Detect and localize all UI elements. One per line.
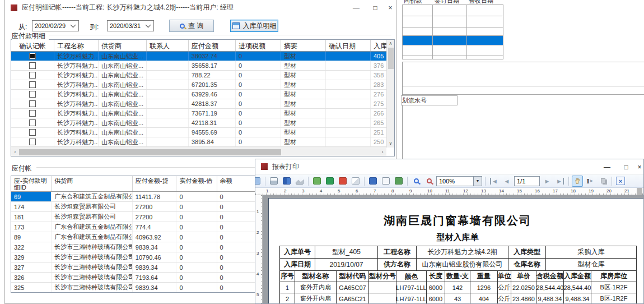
zoom-level-input[interactable] [437,178,473,185]
confirm-checkbox[interactable] [29,129,36,136]
query-button[interactable]: 查 询 [169,20,214,32]
scrollbar-thumb[interactable] [19,149,281,155]
confirm-checkbox[interactable] [29,72,36,79]
detail-table-row[interactable]: 长沙万科魅力... 山东南山铝业... 42118.31 0 型材 265 [11,118,394,128]
to-date-value: 2020/03/31 [108,22,146,29]
payable-table-row[interactable]: 174 长沙坦森贸易有限公司 27200 0 0 [11,202,261,212]
confirm-checkbox[interactable] [29,91,36,98]
payable-table-row[interactable]: 322 长沙市三湘特种玻璃有限公司 9839.34 0 0 [11,242,261,252]
confirm-checkbox[interactable] [29,110,36,117]
page-number-box[interactable] [514,176,540,186]
order-no-label: 入库单号 [280,246,315,259]
table-row[interactable] [402,4,503,16]
table-row-selected[interactable] [402,35,503,45]
column-contact: 联系人 [147,40,189,51]
table-row[interactable] [402,16,503,27]
prev-page-icon[interactable]: ◄ [501,176,512,187]
column-contract-price: 同价款 [402,0,433,4]
scroll-down-icon[interactable]: ∨ [389,140,393,148]
copy-pages-icon[interactable] [598,176,609,187]
confirm-checkbox[interactable] [29,119,36,126]
payable-table-row[interactable]: 327 长沙市三湘特种玻璃有限公司 9839.34 0 0 [11,262,261,273]
page-setup-icon[interactable] [281,176,292,187]
zoom-in-icon[interactable] [410,176,422,187]
document-icon[interactable] [380,176,391,187]
to-date-picker[interactable]: 2020/03/31 [107,20,154,31]
from-date-picker[interactable]: 2020/02/29 [32,20,79,31]
payable-window-titlebar[interactable]: 应付明细记帐------当前工程: 长沙万科魅力之城4.2期------当前用户… [5,0,396,15]
detail-group-label: 应付款明细 [12,31,49,41]
horizontal-scrollbar[interactable]: ‹ › [11,148,386,156]
payable-table-row[interactable]: 326 长沙市三湘特种玻璃有限公司 7193.64 0 0 [11,273,261,283]
table-row[interactable] [402,27,503,35]
scroll-up-icon[interactable]: ∧ [389,40,393,48]
report-window-titlebar[interactable]: 报表打印 — □ × [255,159,643,174]
vertical-scrollbar[interactable]: ∧ ∨ [386,40,394,148]
confirm-checkbox[interactable] [29,53,36,59]
column-summary: 摘要 [281,40,326,51]
last-page-icon[interactable]: ► [554,176,566,187]
export-pdf-icon[interactable] [337,176,348,187]
column-amount: 应付金额 [189,40,236,51]
detail-table-row[interactable]: 长沙万科魅力... 山东南山铝业... 94555.69 0 型材 251 [11,128,394,137]
detail-table-row[interactable]: 长沙万科魅力... 山东南山铝业... 788.22 0 型材 358 [11,71,394,80]
scroll-right-icon[interactable]: › [379,149,386,155]
confirm-checkbox[interactable] [29,139,36,145]
detail-table-row[interactable]: 长沙万科魅力... 山东南山铝业... 35658.17 0 型材 376 [11,61,394,71]
payable-table-row[interactable]: 69 广东合和建筑五金制品有限公司 11411.78 0 0 [11,192,261,202]
report-print-window: 报表打印 — □ × [255,159,644,304]
report-detail-header: 序号 型材名称 型材代码 型材分号 颜色 长度 数量-支 重量 单位 单价 含税… [280,271,636,282]
report-detail-row: 1 窗外开内扇 GA65C07 LH797-1LL 6000 142 1296 … [280,282,636,293]
export-html-icon[interactable] [393,176,404,187]
close-button[interactable]: × [636,159,643,174]
scrollbar-thumb[interactable] [388,48,394,69]
contract-table-header: 同价款 签订日期 验收日期 [402,0,503,4]
text-select-icon[interactable]: I► [585,176,596,187]
export-excel-icon[interactable] [324,176,335,187]
close-preview-icon[interactable]: × [615,176,626,187]
payable-table-row[interactable]: 329 长沙市三湘特种玻璃有限公司 10790.46 0 0 [11,252,261,262]
confirm-checkbox[interactable] [29,100,36,107]
confirm-checkbox[interactable] [29,81,36,88]
chevron-down-icon [146,22,151,28]
first-page-icon[interactable]: ◄ [488,176,500,187]
next-page-icon[interactable]: ► [542,176,553,187]
page-number-input[interactable] [515,177,539,186]
column-detail-id: 应-实付款明细ID [11,176,52,191]
options-tools-icon[interactable] [294,176,305,187]
confirm-checkbox[interactable] [29,62,36,69]
close-button[interactable]: × [385,0,396,15]
save-icon[interactable] [367,176,379,187]
payable-table-row[interactable]: 325 长沙市三湘特种玻璃有限公司 9839.34 0 0 [11,283,261,293]
zoom-out-icon[interactable] [423,176,435,187]
print-icon[interactable] [268,176,279,187]
payable-table-row[interactable]: 181 长沙坦森贸易有限公司 27200 0 0 [11,212,261,222]
maximize-button[interactable]: □ [617,159,636,174]
sidebar-toggle-icon[interactable] [255,176,262,187]
table-row[interactable] [402,56,503,59]
detail-table-row[interactable]: 长沙万科魅力... 山东南山铝业... 73671.19 0 型材 266 [11,109,394,118]
plan-serial-label: 划流水号 [401,95,458,105]
scroll-left-icon[interactable]: ‹ [11,149,19,155]
inbound-detail-button-label: 入库单明细 [243,21,277,31]
export-mail-icon[interactable] [350,176,361,187]
detail-table-row[interactable]: 长沙万科魅力... 山东南山铝业... 3895.84 0 型材 250 [11,137,394,147]
detail-table-row[interactable]: 长沙万科魅力... 山东南山铝业... 42818.37 0 型材 275 [11,99,394,109]
payable-table-row[interactable]: 173 广东合和建筑五金制品有限公司 774.4 0 0 [11,222,261,232]
detail-table-row[interactable]: 长沙万科魅力... 山东南山铝业... 63929.46 0 型材 276 [11,90,394,99]
detail-table-row[interactable]: 长沙万科魅力... 山东南山铝业... 67201.35 0 型材 283 [11,80,394,90]
zoom-level-combo[interactable]: ▼ [436,176,482,186]
payable-table-row[interactable]: 89 广东合和建筑五金制品有限公司 40963.92 0 0 [11,232,261,242]
hand-tool-icon[interactable] [572,176,583,187]
inbound-detail-button[interactable]: 入库单明细 [230,20,278,32]
export-icon[interactable] [311,176,323,187]
chevron-down-icon [71,22,76,28]
detail-table-row[interactable]: 长沙万科魅力... 山东南山铝业... 38032.74 0 型材 405 [11,52,394,61]
column-paid-debit: 实付金额-借 [176,176,217,191]
minimize-button[interactable]: — [347,0,366,15]
minimize-button[interactable]: — [598,159,617,174]
table-row[interactable] [402,45,503,56]
dropdown-arrow-icon[interactable]: ▼ [473,177,482,186]
search-icon [180,24,185,29]
maximize-button[interactable]: □ [366,0,385,15]
